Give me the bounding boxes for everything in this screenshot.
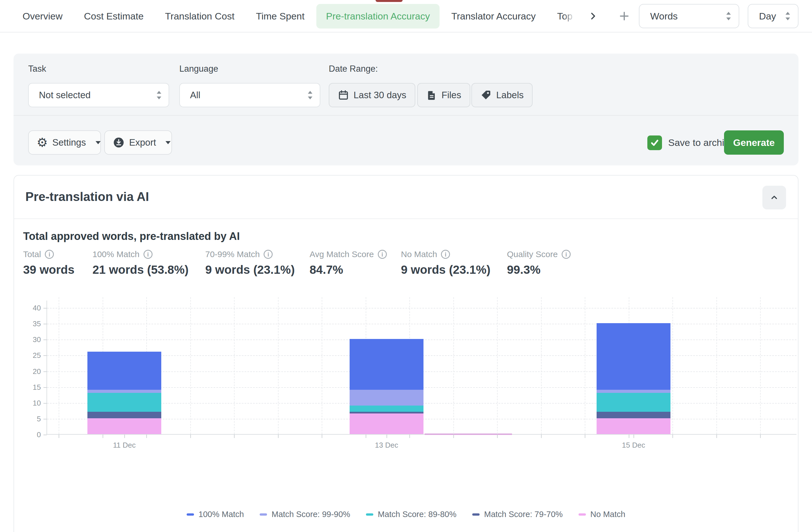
info-icon[interactable] [441,250,450,259]
v-gridline [541,297,541,434]
legend-item[interactable]: Match Score: 99-90% [260,510,350,519]
x-axis-tick [322,435,322,438]
language-label: Language [179,64,218,74]
bar-segment[interactable] [87,393,161,412]
tab-translation-cost[interactable]: Translation Cost [155,4,244,28]
bar-segment[interactable] [87,418,161,434]
bar-segment[interactable] [350,406,423,412]
legend-item[interactable]: Match Score: 79-70% [472,510,563,519]
bar-segment[interactable] [350,414,423,434]
x-axis-tick [103,435,103,438]
collapse-panel-button[interactable] [763,186,786,209]
y-tick-label: 40 [13,304,41,312]
legend-item[interactable]: No Match [579,510,625,519]
unit-select-value: Words [650,11,678,22]
date-range-value: Last 30 days [353,90,406,100]
legend-item[interactable]: 100% Match [187,510,244,519]
tabbar-divider [0,32,812,32]
bar-segment[interactable] [87,352,161,390]
bar-segment[interactable] [87,390,161,393]
bar-segment[interactable] [597,412,670,418]
tab-cost-estimate[interactable]: Cost Estimate [74,4,154,28]
v-gridline [585,297,585,434]
tab-top-truncated[interactable]: Top [548,4,582,28]
stat-label: Avg Match Score [309,250,374,259]
bar-segment[interactable] [597,393,670,412]
y-tick-label: 5 [13,415,41,423]
v-gridline [716,297,717,434]
language-select[interactable]: All [179,83,320,107]
select-caret-icon [785,12,791,20]
period-select[interactable]: Day [748,4,798,28]
settings-button[interactable]: ⚙ Settings [28,130,101,155]
stat-value: 99.3% [507,263,571,277]
unit-select[interactable]: Words [639,4,739,28]
info-icon[interactable] [562,250,571,259]
y-tick-label: 20 [13,367,41,376]
x-axis-tick [760,435,761,438]
y-axis-tick [43,308,47,308]
gear-icon: ⚙ [37,136,48,149]
calendar-icon [338,89,349,101]
date-range-label: Date Range: [329,64,378,74]
x-axis-tick [453,435,454,438]
y-axis-tick [43,355,47,356]
info-icon[interactable] [144,250,153,259]
legend-label: Match Score: 89-80% [378,510,456,519]
tab-pre-translation-accuracy[interactable]: Pre-translation Accuracy [316,4,439,28]
tab-overview[interactable]: Overview [13,4,72,28]
legend-item[interactable]: Match Score: 89-80% [366,510,456,519]
x-tick-label: 13 Dec [356,441,418,450]
y-axis-tick [43,387,47,388]
generate-button[interactable]: Generate [724,130,784,155]
labels-button[interactable]: Labels [472,83,533,107]
bar-segment[interactable] [597,390,670,393]
y-tick-label: 15 [13,383,41,392]
stat-avg-match-score: Avg Match Score 84.7% [309,250,387,277]
date-range-button[interactable]: Last 30 days [329,83,415,107]
bar-segment[interactable] [597,323,670,390]
x-axis-tick [234,435,235,438]
caret-down-icon [96,141,101,144]
y-axis-tick [43,403,47,404]
caret-down-icon [165,141,171,144]
v-gridline [497,297,498,434]
legend-label: Match Score: 79-70% [484,510,563,519]
files-button[interactable]: Files [417,83,470,107]
task-select[interactable]: Not selected [28,83,169,107]
tabs-scroll-right-button[interactable] [585,8,601,24]
panel-title: Pre-translation via AI [25,190,149,204]
save-to-archive-checkbox[interactable] [647,136,662,150]
h-gridline [47,324,797,324]
export-button[interactable]: Export [104,130,172,155]
stacked-bar-13-dec[interactable] [350,339,423,434]
y-axis-tick [43,372,47,372]
info-icon[interactable] [378,250,387,259]
period-select-value: Day [759,11,776,22]
labels-button-label: Labels [496,90,524,100]
x-tick-label: 11 Dec [93,441,155,450]
legend-label: No Match [590,510,625,519]
bar-segment[interactable] [350,339,423,390]
v-gridline [278,297,278,434]
info-icon[interactable] [264,250,273,259]
stacked-bar-11-dec[interactable] [87,352,161,434]
tab-time-spent[interactable]: Time Spent [246,4,314,28]
select-caret-icon [726,12,731,20]
y-tick-label: 0 [13,430,41,439]
bar-segment[interactable] [350,390,423,406]
bar-segment[interactable] [597,418,670,434]
tab-translator-accuracy[interactable]: Translator Accuracy [442,4,545,28]
x-axis-tick [716,435,717,438]
add-tab-button[interactable] [617,9,632,24]
pre-translation-panel: Pre-translation via AI Total approved wo… [14,175,798,532]
legend-label: 100% Match [199,510,244,519]
stat-no-match: No Match 9 words (23.1%) [401,250,490,277]
stacked-bar-15-dec[interactable] [597,323,670,434]
chart-legend: 100% MatchMatch Score: 99-90%Match Score… [14,510,798,519]
stat-value: 21 words (53.8%) [92,263,189,277]
info-icon[interactable] [45,250,54,259]
stat-70-99-match: 70-99% Match 9 words (23.1%) [205,250,295,277]
plus-icon [619,11,630,22]
bar-segment[interactable] [87,412,161,418]
